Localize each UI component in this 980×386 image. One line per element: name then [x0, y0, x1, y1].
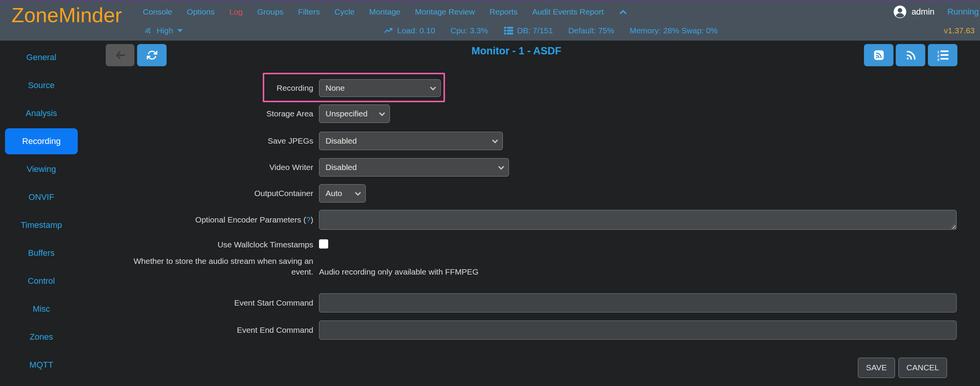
bandwidth-label: High — [157, 26, 173, 35]
cpu-value: Cpu: 3.3% — [450, 26, 488, 35]
form-actions: SAVE CANCEL — [116, 358, 957, 378]
audio-row: Whether to store the audio stream when s… — [116, 256, 957, 277]
chevron-down-icon — [498, 164, 504, 170]
event-start-command-input[interactable] — [319, 293, 957, 312]
load-value: Load: 0.10 — [397, 26, 435, 35]
save-jpegs-select[interactable]: Disabled — [319, 132, 503, 150]
output-container-label: OutputContainer — [116, 188, 313, 199]
cancel-button[interactable]: CANCEL — [898, 358, 947, 378]
save-jpegs-select-value: Disabled — [326, 136, 357, 146]
tab-zones[interactable]: Zones — [5, 324, 78, 350]
tab-analysis[interactable]: Analysis — [5, 100, 78, 126]
save-jpegs-label: Save JPEGs — [116, 136, 313, 146]
monitor-tabs-sidebar: General Source Analysis Recording Viewin… — [0, 41, 83, 386]
rss-square-button[interactable] — [864, 44, 893, 66]
status-bar: High Load: 0.10 Cpu: 3.3% — [143, 21, 800, 40]
database-server-icon — [504, 26, 514, 35]
nav-item-console[interactable]: Console — [143, 7, 172, 16]
caret-down-icon — [177, 29, 183, 32]
tab-viewing[interactable]: Viewing — [5, 156, 78, 182]
main-menu: Console Options Log Groups Filters Cycle… — [143, 2, 800, 21]
nav-item-reports[interactable]: Reports — [489, 7, 518, 16]
recording-label: Recording — [116, 83, 313, 93]
encoder-parameters-textarea[interactable] — [319, 210, 957, 230]
wallclock-label: Use Wallclock Timestamps — [116, 239, 313, 250]
ordered-list-button[interactable]: 123 — [928, 44, 957, 66]
daemon-state[interactable]: Running — [947, 7, 979, 17]
output-container-select[interactable]: Auto — [319, 184, 366, 203]
memory-value: Memory: 28% Swap: 0% — [630, 26, 718, 35]
audio-label: Whether to store the audio stream when s… — [116, 256, 313, 277]
version-link[interactable]: v1.37.63 — [944, 26, 975, 35]
wifi-icon — [141, 24, 155, 38]
chevron-up-icon[interactable] — [618, 8, 628, 16]
recording-form: Recording None Storage Area Unspecified … — [116, 79, 957, 378]
output-container-row: OutputContainer Auto — [116, 184, 957, 203]
trending-up-icon — [383, 26, 393, 35]
nav-item-log[interactable]: Log — [229, 7, 242, 16]
bandwidth-dropdown[interactable]: High — [143, 26, 183, 35]
nav-item-audit-events-report[interactable]: Audit Events Report — [532, 7, 604, 16]
nav-right: admin Running v1.37.63 — [804, 2, 980, 40]
event-end-command-input[interactable] — [319, 321, 957, 340]
cpu-stat[interactable]: Cpu: 3.3% — [450, 26, 488, 35]
storage-area-row: Storage Area Unspecified — [116, 105, 957, 123]
tab-general[interactable]: General — [5, 44, 78, 70]
nav-item-filters[interactable]: Filters — [298, 7, 320, 16]
brand-logo[interactable]: ZoneMinder — [11, 3, 122, 27]
storage-area-select[interactable]: Unspecified — [319, 105, 390, 123]
rss-button[interactable] — [896, 44, 925, 66]
save-button[interactable]: SAVE — [858, 358, 895, 378]
chevron-down-icon — [355, 190, 361, 196]
svg-text:3: 3 — [937, 57, 939, 61]
output-container-select-value: Auto — [326, 189, 342, 198]
encoder-parameters-row: Optional Encoder Parameters (?) — [116, 210, 957, 230]
storage-area-select-value: Unspecified — [326, 109, 368, 118]
memory-stat: Memory: 28% Swap: 0% — [630, 26, 718, 35]
tab-buffers[interactable]: Buffers — [5, 240, 78, 266]
wallclock-row: Use Wallclock Timestamps — [116, 239, 957, 250]
recording-select-value: None — [326, 83, 345, 93]
username[interactable]: admin — [911, 7, 934, 17]
wallclock-checkbox[interactable] — [319, 239, 328, 249]
storage-default-value: Default: 75% — [568, 26, 614, 35]
storage-area-label: Storage Area — [116, 108, 313, 119]
event-end-command-label: Event End Command — [116, 325, 313, 335]
storage-default-stat[interactable]: Default: 75% — [568, 26, 614, 35]
recording-row: Recording None — [116, 79, 957, 97]
tab-recording[interactable]: Recording — [5, 128, 78, 154]
encoder-parameters-textarea-wrap — [319, 210, 957, 230]
nav-item-cycle[interactable]: Cycle — [335, 7, 355, 16]
toolbar: Monitor - 1 - ASDF — [83, 41, 980, 79]
video-writer-row: Video Writer Disabled — [116, 158, 957, 177]
nav-item-montage[interactable]: Montage — [369, 7, 401, 16]
tab-mqtt[interactable]: MQTT — [5, 352, 78, 378]
video-writer-label: Video Writer — [116, 162, 313, 173]
nav-item-options[interactable]: Options — [187, 7, 214, 16]
video-writer-select[interactable]: Disabled — [319, 158, 509, 177]
tab-misc[interactable]: Misc — [5, 296, 78, 322]
system-stats: Load: 0.10 Cpu: 3.3% — [383, 26, 718, 35]
encoder-parameters-label-close: ) — [311, 215, 313, 224]
monitor-settings-panel: Monitor - 1 - ASDF — [83, 41, 980, 386]
tab-control[interactable]: Control — [5, 268, 78, 294]
page-title: Monitor - 1 - ASDF — [83, 45, 950, 57]
load-stat[interactable]: Load: 0.10 — [383, 26, 435, 35]
event-end-command-row: Event End Command — [116, 321, 957, 340]
nav-item-montage-review[interactable]: Montage Review — [415, 7, 475, 16]
tab-onvif[interactable]: ONVIF — [5, 184, 78, 210]
video-writer-select-value: Disabled — [326, 163, 357, 172]
nav-center: Console Options Log Groups Filters Cycle… — [143, 2, 800, 40]
chevron-down-icon — [430, 84, 436, 90]
help-link[interactable]: ? — [306, 215, 311, 224]
tab-source[interactable]: Source — [5, 72, 78, 98]
recording-select[interactable]: None — [319, 79, 441, 97]
event-start-command-row: Event Start Command — [116, 293, 957, 312]
db-stat[interactable]: DB: 7/151 — [504, 26, 553, 35]
tab-timestamp[interactable]: Timestamp — [5, 212, 78, 238]
save-jpegs-row: Save JPEGs Disabled — [116, 132, 957, 150]
user-avatar-icon[interactable] — [893, 5, 907, 19]
navbar: ZoneMinder Console Options Log Groups Fi… — [0, 0, 980, 41]
nav-item-groups[interactable]: Groups — [257, 7, 283, 16]
chevron-down-icon — [379, 110, 385, 116]
